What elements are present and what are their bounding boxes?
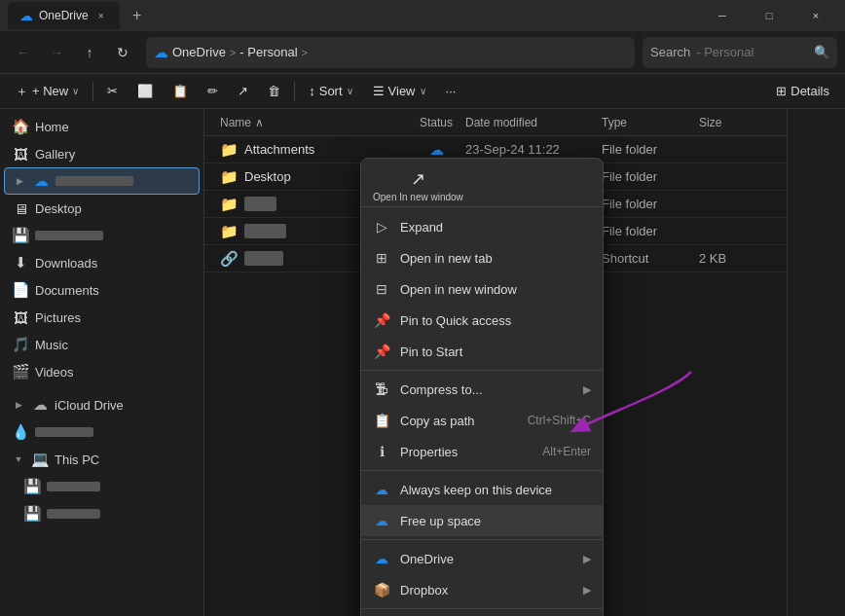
menu-item-dropbox[interactable]: 📦 Dropbox ▶ — [361, 574, 603, 605]
col-sort-icon: ∧ — [255, 116, 264, 129]
refresh-button[interactable]: ↻ — [107, 37, 138, 68]
menu-label-free-up: Free up space — [400, 514, 591, 528]
sidebar-item-documents[interactable]: 📄 Documents — [4, 276, 200, 304]
sidebar-item-icloud[interactable]: ▶ ☁ iCloud Drive — [4, 391, 200, 418]
sidebar-label-desktop: Desktop — [35, 201, 192, 216]
details-panel-icon: ⊞ — [776, 84, 787, 98]
cut-button[interactable]: ✂ — [99, 78, 126, 105]
menu-item-open-tab[interactable]: ⊞ Open in new tab — [361, 242, 603, 273]
sidebar-item-onedrive[interactable]: ▶ ☁ — [4, 167, 200, 195]
menu-item-pin-start[interactable]: 📌 Pin to Start — [361, 336, 603, 367]
menu-item-copy-path[interactable]: 📋 Copy as path Ctrl+Shift+C — [361, 405, 603, 436]
up-button[interactable]: ↑ — [74, 37, 105, 68]
toolbar-separator-2 — [294, 82, 295, 101]
search-bar[interactable]: Search 🔍 — [643, 37, 837, 68]
sidebar-label-drive2 — [47, 509, 100, 519]
back-button[interactable]: ← — [8, 37, 39, 68]
sidebar-item-downloads[interactable]: ⬇ Downloads — [4, 249, 200, 276]
menu-item-expand[interactable]: ▷ Expand — [361, 211, 603, 242]
file-name-cell-0: 📁 Attachments — [212, 141, 407, 159]
sidebar-label-onedrive — [55, 176, 133, 186]
share-icon: ↗ — [238, 84, 248, 98]
menu-item-compress[interactable]: 🗜 Compress to... ▶ — [361, 374, 603, 405]
col-header-modified: Date modified — [465, 116, 602, 129]
sidebar-item-thispc[interactable]: ▼ 💻 This PC — [4, 446, 200, 473]
context-open-button[interactable]: ↗ Open In new window — [373, 168, 463, 202]
menu-label-properties: Properties — [400, 445, 533, 459]
new-tab-button[interactable]: + — [126, 4, 149, 27]
paste-button[interactable]: 📋 — [165, 78, 196, 105]
paste-icon: 📋 — [172, 84, 188, 98]
title-bar: ☁ OneDrive × + ─ □ × — [0, 0, 845, 31]
main-area: 🏠 Home 🖼 Gallery ▶ ☁ 🖥 Desktop 💾 ⬇ Downl… — [0, 109, 845, 616]
sidebar-item-blurred1[interactable]: 💾 — [4, 222, 200, 249]
close-button[interactable]: × — [794, 0, 837, 31]
sidebar-label-documents: Documents — [35, 283, 192, 298]
file-icon-2: 📁 — [220, 196, 239, 213]
open-window-icon: ⊟ — [373, 280, 390, 298]
sidebar-item-music[interactable]: 🎵 Music — [4, 331, 200, 358]
share-button[interactable]: ↗ — [230, 78, 256, 105]
file-name-text-1: Desktop — [244, 169, 291, 184]
address-sep1: > — [230, 47, 236, 58]
menu-item-pin-quick[interactable]: 📌 Pin to Quick access — [361, 305, 603, 336]
menu-item-properties[interactable]: ℹ Properties Alt+Enter — [361, 436, 603, 467]
sort-button[interactable]: ↕ Sort ∨ — [301, 76, 360, 107]
onedrive-icon: ☁ — [32, 172, 50, 190]
minimize-button[interactable]: ─ — [701, 0, 744, 31]
menu-item-always-keep[interactable]: ☁ Always keep on this device — [361, 474, 603, 505]
maximize-button[interactable]: □ — [748, 0, 790, 31]
sidebar-item-drive2[interactable]: 💾 — [4, 500, 200, 527]
copy-button[interactable]: ⬜ — [129, 78, 161, 105]
sidebar-item-desktop[interactable]: 🖥 Desktop — [4, 195, 200, 222]
free-up-icon: ☁ — [373, 512, 390, 529]
cut-icon: ✂ — [107, 84, 118, 98]
compress-arrow: ▶ — [583, 383, 591, 396]
sidebar-item-home[interactable]: 🏠 Home — [4, 113, 200, 140]
tab-close-btn[interactable]: × — [94, 9, 108, 22]
view-label: View — [388, 84, 416, 98]
col-header-name[interactable]: Name ∧ — [212, 116, 407, 129]
file-type-4: Shortcut — [602, 251, 699, 266]
sidebar-item-blurred2[interactable]: 💧 — [4, 418, 200, 446]
delete-button[interactable]: 🗑 — [260, 78, 288, 105]
file-type-2: File folder — [602, 197, 699, 211]
sidebar-label-thispc: This PC — [55, 453, 192, 467]
menu-label-open-tab: Open in new tab — [400, 251, 591, 266]
file-type-3: File folder — [602, 224, 699, 238]
sidebar-item-pictures[interactable]: 🖼 Pictures — [4, 304, 200, 331]
tab-onedrive[interactable]: ☁ OneDrive × — [8, 2, 120, 29]
onedrive-arrow: ▶ — [583, 553, 591, 565]
thispc-icon: 💻 — [31, 451, 49, 468]
copy-icon: ⬜ — [137, 84, 153, 98]
forward-button[interactable]: → — [41, 37, 72, 68]
address-bar[interactable]: ☁ OneDrive > - Personal > — [146, 37, 635, 68]
view-button[interactable]: ☰ View ∨ — [365, 76, 434, 107]
menu-label-open-window: Open in new window — [400, 282, 591, 297]
onedrive-menu-icon: ☁ — [373, 550, 390, 567]
menu-item-free-up[interactable]: ☁ Free up space — [361, 505, 603, 536]
sidebar-item-videos[interactable]: 🎬 Videos — [4, 358, 200, 385]
menu-item-terminal[interactable]: ⊡ Open in Terminal — [361, 612, 603, 616]
sidebar-item-drive1[interactable]: 💾 — [4, 473, 200, 500]
file-name-text-0: Attachments — [244, 142, 314, 157]
sidebar-item-gallery[interactable]: 🖼 Gallery — [4, 140, 200, 167]
menu-item-open-window[interactable]: ⊟ Open in new window — [361, 273, 603, 305]
view-chevron: ∨ — [420, 86, 426, 96]
more-button[interactable]: ··· — [438, 78, 464, 105]
toolbar-separator-1 — [92, 82, 93, 101]
drive1-icon2: 💾 — [23, 478, 41, 495]
details-button[interactable]: ⊞ Details — [768, 80, 837, 102]
more-icon: ··· — [446, 84, 457, 98]
open-tab-icon: ⊞ — [373, 249, 390, 267]
col-header-type: Type — [602, 116, 699, 129]
file-content: Name ∧ Status Date modified Type Size 📁 … — [204, 109, 787, 616]
pin-start-icon: 📌 — [373, 343, 390, 360]
col-header-status: Status — [407, 116, 465, 129]
search-input[interactable] — [696, 45, 808, 59]
rename-button[interactable]: ✏ — [200, 78, 226, 105]
file-name-text-4 — [244, 251, 283, 266]
menu-item-onedrive[interactable]: ☁ OneDrive ▶ — [361, 543, 603, 574]
sidebar: 🏠 Home 🖼 Gallery ▶ ☁ 🖥 Desktop 💾 ⬇ Downl… — [0, 109, 204, 616]
new-button[interactable]: ＋ + New ∨ — [8, 76, 87, 107]
